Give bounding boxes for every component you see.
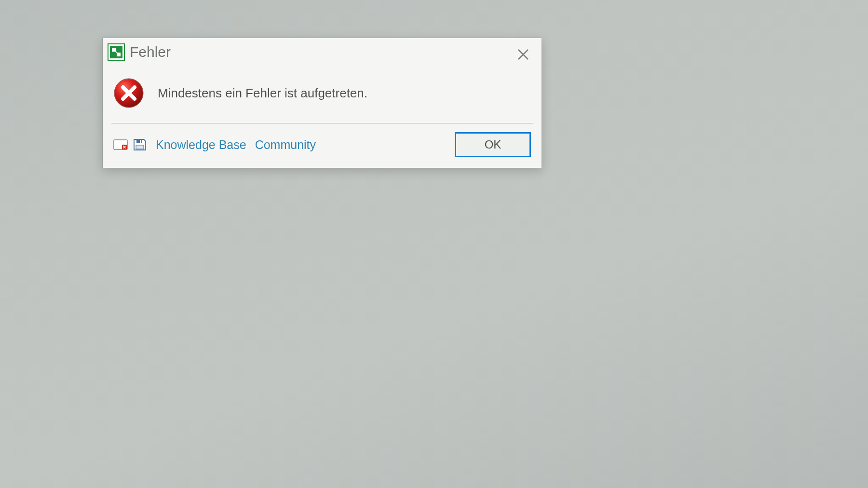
dialog-content: Mindestens ein Fehler ist aufgetreten. bbox=[103, 66, 542, 123]
close-button[interactable] bbox=[514, 45, 533, 64]
error-dialog: Fehler Mindestens ein Fehl bbox=[102, 38, 542, 168]
footer-links: Knowledge Base Community bbox=[156, 138, 316, 152]
svg-rect-8 bbox=[136, 139, 142, 143]
dialog-titlebar[interactable]: Fehler bbox=[103, 38, 542, 66]
knowledge-base-link[interactable]: Knowledge Base bbox=[156, 138, 246, 152]
ok-button[interactable]: OK bbox=[455, 132, 531, 157]
error-message: Mindestens ein Fehler ist aufgetreten. bbox=[158, 86, 367, 101]
community-link[interactable]: Community bbox=[255, 138, 316, 152]
svg-rect-9 bbox=[140, 140, 141, 143]
save-icon[interactable] bbox=[133, 138, 147, 151]
close-icon bbox=[517, 48, 529, 61]
footer-left: Knowledge Base Community bbox=[113, 138, 316, 152]
dialog-footer: Knowledge Base Community OK bbox=[103, 123, 542, 168]
error-icon bbox=[113, 78, 144, 108]
details-icon[interactable] bbox=[113, 138, 128, 151]
dialog-title: Fehler bbox=[130, 44, 171, 60]
app-icon bbox=[108, 43, 125, 61]
svg-rect-10 bbox=[136, 145, 144, 149]
